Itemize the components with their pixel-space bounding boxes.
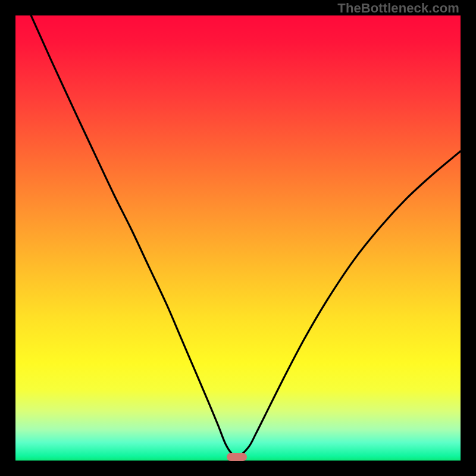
chart-frame: TheBottleneck.com [0, 0, 476, 476]
bottleneck-curve [15, 15, 461, 461]
gradient-plot-area [15, 15, 461, 461]
watermark-text: TheBottleneck.com [337, 1, 459, 16]
optimal-marker [227, 453, 247, 461]
